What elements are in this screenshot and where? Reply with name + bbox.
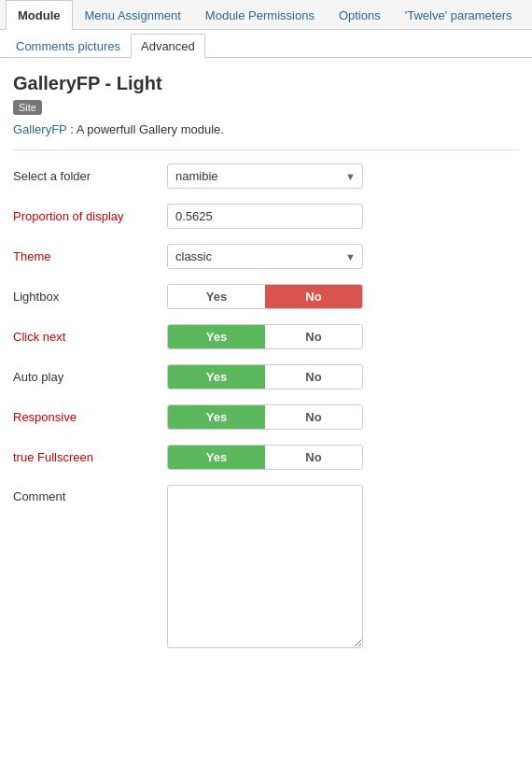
lightbox-yes-button[interactable]: Yes xyxy=(168,285,265,308)
proportion-control xyxy=(167,204,519,229)
responsive-control: Yes No xyxy=(167,404,519,430)
select-folder-label: Select a folder xyxy=(13,169,167,183)
auto-play-no-button[interactable]: No xyxy=(265,365,362,389)
auto-play-yes-button[interactable]: Yes xyxy=(168,365,265,389)
auto-play-row: Auto play Yes No xyxy=(13,364,519,390)
auto-play-label: Auto play xyxy=(13,370,167,384)
auto-play-control: Yes No xyxy=(167,364,519,390)
fullscreen-toggle: Yes No xyxy=(167,445,363,470)
tab-advanced[interactable]: Advanced xyxy=(131,34,205,58)
comment-textarea[interactable] xyxy=(167,485,363,648)
site-badge: Site xyxy=(13,100,42,115)
tab-comments-pictures[interactable]: Comments pictures xyxy=(6,34,131,58)
auto-play-toggle: Yes No xyxy=(167,364,363,390)
click-next-yes-button[interactable]: Yes xyxy=(168,325,265,348)
theme-row: Theme classic dark light ▼ xyxy=(13,244,519,269)
responsive-toggle: Yes No xyxy=(167,404,363,430)
tab-twelve-parameters[interactable]: 'Twelve' parameters xyxy=(393,0,525,30)
tab-module[interactable]: Module xyxy=(6,0,73,30)
select-folder-wrapper: namibie folder1 folder2 ▼ xyxy=(167,163,363,189)
tab-options[interactable]: Options xyxy=(327,0,393,30)
responsive-no-button[interactable]: No xyxy=(265,405,362,429)
page-title: GalleryFP - Light xyxy=(13,73,519,94)
click-next-control: Yes No xyxy=(167,324,519,349)
fullscreen-row: true Fullscreen Yes No xyxy=(13,445,519,470)
proportion-input[interactable] xyxy=(167,204,363,229)
click-next-label: Click next xyxy=(13,330,167,344)
lightbox-label: Lightbox xyxy=(13,290,167,304)
fullscreen-yes-button[interactable]: Yes xyxy=(168,446,265,469)
click-next-row: Click next Yes No xyxy=(13,324,519,349)
tab-menu-assignment[interactable]: Menu Assignment xyxy=(73,0,193,30)
lightbox-control: Yes No xyxy=(167,284,519,309)
second-tabs: Comments pictures Advanced xyxy=(0,30,532,58)
fullscreen-label: true Fullscreen xyxy=(13,450,167,464)
comment-control xyxy=(167,485,519,651)
subtitle-text: : A powerfull Gallery module. xyxy=(67,122,224,136)
theme-control: classic dark light ▼ xyxy=(167,244,519,269)
click-next-toggle: Yes No xyxy=(167,324,363,349)
lightbox-no-button[interactable]: No xyxy=(265,285,362,308)
theme-wrapper: classic dark light ▼ xyxy=(167,244,363,269)
select-folder-input[interactable]: namibie folder1 folder2 xyxy=(167,163,363,189)
click-next-no-button[interactable]: No xyxy=(265,325,362,348)
responsive-row: Responsive Yes No xyxy=(13,404,519,430)
comment-label: Comment xyxy=(13,489,167,503)
select-folder-row: Select a folder namibie folder1 folder2 … xyxy=(13,163,519,189)
select-folder-control: namibie folder1 folder2 ▼ xyxy=(167,163,519,189)
lightbox-row: Lightbox Yes No xyxy=(13,284,519,309)
theme-input[interactable]: classic dark light xyxy=(167,244,363,269)
divider xyxy=(13,149,519,150)
page-content: GalleryFP - Light Site GalleryFP : A pow… xyxy=(0,58,532,681)
proportion-row: Proportion of display xyxy=(13,204,519,229)
tab-module-permissions[interactable]: Module Permissions xyxy=(193,0,327,30)
proportion-label: Proportion of display xyxy=(13,209,167,223)
fullscreen-no-button[interactable]: No xyxy=(265,446,362,469)
subtitle-link[interactable]: GalleryFP xyxy=(13,122,67,136)
top-tabs: Module Menu Assignment Module Permission… xyxy=(0,0,532,30)
responsive-label: Responsive xyxy=(13,410,167,424)
theme-label: Theme xyxy=(13,249,167,263)
lightbox-toggle: Yes No xyxy=(167,284,363,309)
comment-row: Comment xyxy=(13,485,519,651)
responsive-yes-button[interactable]: Yes xyxy=(168,405,265,429)
fullscreen-control: Yes No xyxy=(167,445,519,470)
